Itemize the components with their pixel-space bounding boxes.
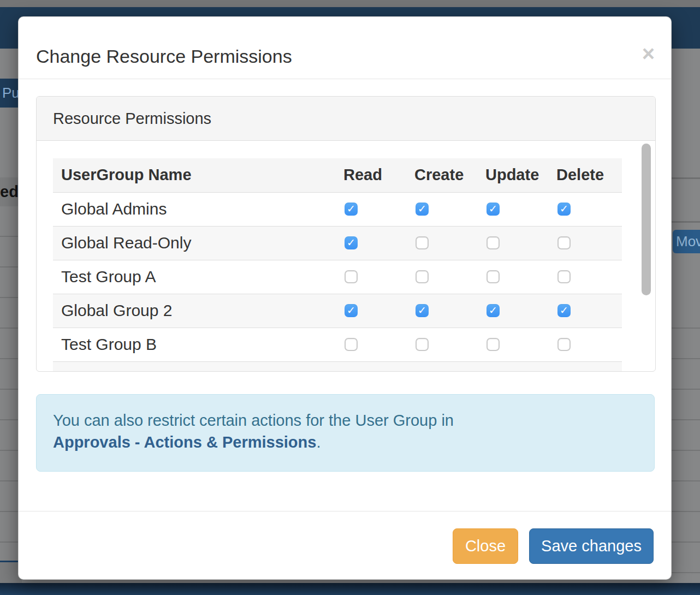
resource-permissions-panel: Resource Permissions UserGroup Name Read… bbox=[36, 96, 656, 372]
create-checkbox[interactable] bbox=[416, 236, 429, 249]
background-column-label: ed bbox=[0, 183, 19, 200]
update-checkbox[interactable] bbox=[487, 304, 500, 317]
panel-heading: Resource Permissions bbox=[37, 97, 655, 141]
background-right-strip: Move bbox=[672, 49, 700, 583]
app-bottom-bar bbox=[0, 583, 700, 595]
usergroup-name: Global Admins bbox=[53, 192, 343, 226]
table-row: Global Admins bbox=[53, 192, 622, 226]
table-row: Global Read-Only bbox=[53, 226, 622, 260]
read-checkbox[interactable] bbox=[345, 338, 358, 351]
create-checkbox[interactable] bbox=[416, 338, 429, 351]
table-row-partial bbox=[53, 361, 622, 371]
usergroup-name: Test Group A bbox=[53, 260, 343, 294]
delete-checkbox[interactable] bbox=[557, 338, 571, 351]
table-row: Test Group A bbox=[53, 260, 622, 294]
read-checkbox[interactable] bbox=[345, 304, 358, 317]
update-checkbox[interactable] bbox=[487, 203, 500, 216]
info-text-suffix: . bbox=[316, 433, 321, 451]
delete-checkbox[interactable] bbox=[557, 270, 571, 283]
usergroup-name: Test Group B bbox=[53, 328, 343, 361]
create-checkbox[interactable] bbox=[416, 270, 429, 283]
column-create: Create bbox=[414, 158, 485, 192]
background-table-rows-left bbox=[0, 206, 19, 561]
info-text: You can also restrict certain actions fo… bbox=[53, 412, 454, 429]
create-checkbox[interactable] bbox=[416, 203, 429, 216]
column-read: Read bbox=[343, 158, 414, 192]
update-checkbox[interactable] bbox=[487, 338, 500, 351]
background-divider bbox=[672, 177, 700, 179]
table-header-row: UserGroup Name Read Create Update Delete bbox=[53, 158, 622, 192]
column-delete: Delete bbox=[556, 158, 622, 192]
permissions-table: UserGroup Name Read Create Update Delete… bbox=[53, 158, 622, 371]
read-checkbox[interactable] bbox=[345, 270, 358, 283]
footer-divider bbox=[19, 511, 671, 511]
browser-top-strip bbox=[0, 0, 700, 7]
close-button[interactable]: Close bbox=[453, 528, 518, 564]
permissions-scroll-area: UserGroup Name Read Create Update Delete… bbox=[37, 141, 655, 371]
background-table-header: ed bbox=[0, 177, 19, 206]
column-usergroup-name: UserGroup Name bbox=[53, 158, 343, 192]
create-checkbox[interactable] bbox=[416, 304, 429, 317]
read-checkbox[interactable] bbox=[345, 236, 358, 249]
background-move-button[interactable]: Move bbox=[673, 230, 700, 253]
delete-checkbox[interactable] bbox=[557, 304, 571, 317]
save-changes-button[interactable]: Save changes bbox=[529, 528, 654, 564]
close-icon[interactable]: × bbox=[642, 43, 655, 64]
approvals-permissions-link: Approvals - Actions & Permissions bbox=[53, 433, 316, 451]
background-table-rows-right bbox=[672, 298, 700, 583]
usergroup-name: Global Group 2 bbox=[53, 294, 343, 328]
background-divider bbox=[672, 221, 700, 223]
table-row: Test Group B bbox=[53, 328, 622, 361]
usergroup-name: Global Read-Only bbox=[53, 226, 343, 260]
header-divider bbox=[19, 79, 671, 79]
info-alert: You can also restrict certain actions fo… bbox=[36, 394, 655, 472]
delete-checkbox[interactable] bbox=[557, 236, 571, 249]
delete-checkbox[interactable] bbox=[557, 203, 571, 216]
table-row: Global Group 2 bbox=[53, 294, 622, 328]
read-checkbox[interactable] bbox=[345, 203, 358, 216]
move-button-label: Move bbox=[676, 233, 700, 249]
scrollbar-thumb[interactable] bbox=[642, 144, 651, 295]
change-resource-permissions-dialog: Change Resource Permissions × Resource P… bbox=[18, 16, 672, 580]
update-checkbox[interactable] bbox=[487, 270, 500, 283]
column-update: Update bbox=[485, 158, 556, 192]
dialog-title: Change Resource Permissions bbox=[36, 47, 292, 66]
update-checkbox[interactable] bbox=[487, 236, 500, 249]
